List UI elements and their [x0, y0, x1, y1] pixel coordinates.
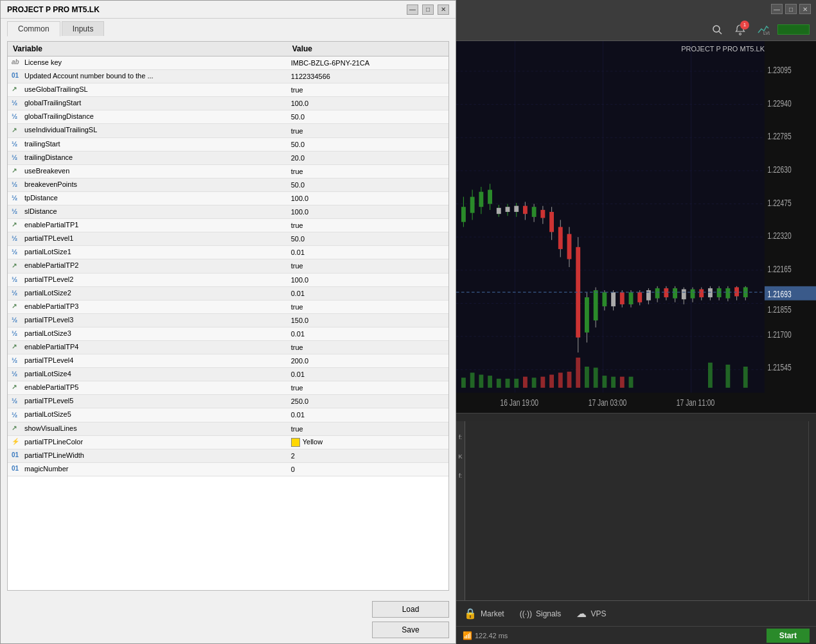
svg-rect-87	[488, 376, 492, 388]
param-value[interactable]: true	[287, 83, 448, 97]
left-nav-item-2[interactable]: K	[458, 453, 462, 460]
param-value[interactable]: true	[287, 381, 448, 395]
chart-area[interactable]: PROJECT P PRO MT5.LK	[456, 41, 816, 413]
svg-rect-75	[708, 288, 713, 297]
param-variable: ½slDistance	[8, 205, 287, 219]
param-value[interactable]: 200.0	[287, 354, 448, 368]
param-value[interactable]: 150.0	[287, 313, 448, 327]
param-value[interactable]: 0.01	[287, 286, 448, 300]
left-nav-item-1[interactable]: f:	[459, 434, 462, 440]
svg-rect-79	[725, 288, 730, 299]
left-nav-item-3[interactable]: f:	[459, 473, 462, 479]
svg-rect-67	[673, 288, 677, 299]
svg-rect-92	[532, 378, 537, 388]
svg-rect-19	[461, 207, 466, 222]
vps-item[interactable]: ☁ VPS	[576, 607, 606, 620]
tab-common[interactable]: Common	[7, 21, 60, 37]
horizontal-scrollbar[interactable]	[456, 413, 816, 421]
minimize-button[interactable]: —	[407, 4, 418, 15]
param-value[interactable]: 50.0	[287, 232, 448, 246]
param-variable: ↗enablePartialTP2	[8, 259, 287, 273]
param-value[interactable]: 100.0	[287, 97, 448, 110]
param-value[interactable]: Yellow	[287, 435, 448, 449]
bottom-content: f: K f:	[456, 421, 816, 600]
param-value[interactable]: 2	[287, 449, 448, 462]
param-value[interactable]: true	[287, 259, 448, 273]
param-variable: ↗useBreakeven	[8, 164, 287, 178]
load-button[interactable]: Load	[372, 601, 449, 618]
maximize-button[interactable]: □	[422, 4, 434, 15]
vps-icon: ☁	[576, 607, 587, 620]
lvl-indicator	[777, 24, 810, 35]
table-row: ↗useBreakeventrue	[8, 164, 448, 178]
svg-rect-49	[594, 290, 598, 320]
param-value[interactable]: 0	[287, 462, 448, 476]
param-value[interactable]: 20.0	[287, 151, 448, 164]
param-value[interactable]: 250.0	[287, 395, 448, 408]
market-item[interactable]: 🔒 Market	[464, 607, 504, 620]
param-value[interactable]: 0.01	[287, 327, 448, 340]
params-table-container[interactable]: Variable Value abLicense keyIMBC-BZLG-6P…	[7, 41, 449, 591]
lvl-bar	[777, 24, 810, 35]
svg-rect-105	[725, 365, 730, 388]
param-value[interactable]: 50.0	[287, 137, 448, 151]
param-value[interactable]: true	[287, 164, 448, 178]
mt5-close-button[interactable]: ✕	[799, 4, 811, 14]
param-value[interactable]: true	[287, 340, 448, 354]
vertical-scrollbar[interactable]	[808, 421, 816, 600]
param-variable: ↗useIndividualTrailingSL	[8, 124, 287, 137]
param-value[interactable]: 0.01	[287, 408, 448, 422]
mt5-minimize-button[interactable]: —	[771, 4, 783, 14]
param-value[interactable]: 50.0	[287, 110, 448, 124]
chart-icon[interactable]: LVL	[754, 21, 772, 39]
notification-icon[interactable]: 1	[731, 21, 749, 39]
param-value[interactable]: true	[287, 124, 448, 137]
save-button[interactable]: Save	[372, 622, 449, 638]
svg-rect-88	[497, 379, 501, 388]
dialog-buttons: Load Save	[1, 596, 456, 643]
table-row: ½partialLotSize30.01	[8, 327, 448, 340]
param-value[interactable]: true	[287, 219, 448, 232]
svg-text:1.21693: 1.21693	[768, 289, 792, 299]
svg-rect-81	[734, 287, 739, 296]
svg-rect-69	[682, 290, 686, 300]
svg-rect-77	[717, 288, 722, 297]
param-variable: ½partialTPLevel3	[8, 313, 287, 327]
close-button[interactable]: ✕	[438, 4, 449, 15]
mt5-maximize-button[interactable]: □	[785, 4, 797, 14]
mt5-bottom: f: K f: 🔒 Market ((·)) Signals	[456, 413, 816, 644]
param-value[interactable]: 100.0	[287, 191, 448, 205]
param-value[interactable]: true	[287, 300, 448, 313]
signals-item[interactable]: ((·)) Signals	[520, 609, 562, 618]
param-value[interactable]: 1122334566	[287, 70, 448, 83]
svg-rect-41	[558, 227, 563, 249]
bottom-content-area	[465, 421, 808, 600]
param-variable: ↗enablePartialTP1	[8, 219, 287, 232]
svg-text:17 Jan 11:00: 17 Jan 11:00	[677, 397, 715, 408]
param-variable: ½partialTPLevel4	[8, 354, 287, 368]
svg-rect-95	[558, 372, 563, 387]
dialog-title: PROJECT P PRO MT5.LK	[7, 5, 100, 14]
tab-inputs[interactable]: Inputs	[62, 21, 105, 36]
svg-rect-84	[461, 378, 466, 388]
param-value[interactable]: 0.01	[287, 246, 448, 259]
param-value[interactable]: 100.0	[287, 205, 448, 219]
svg-rect-35	[532, 207, 537, 217]
tabs-bar: Common Inputs	[1, 19, 456, 36]
param-value[interactable]: 50.0	[287, 178, 448, 191]
table-row: ½globalTrailingDistance50.0	[8, 110, 448, 124]
table-row: ½partialLotSize40.01	[8, 368, 448, 381]
search-icon[interactable]	[708, 21, 726, 39]
svg-text:1.22320: 1.22320	[768, 231, 792, 241]
param-value[interactable]: 0.01	[287, 368, 448, 381]
param-variable: ½partialLotSize1	[8, 246, 287, 259]
param-value[interactable]: true	[287, 422, 448, 435]
svg-rect-101	[611, 377, 616, 388]
start-button[interactable]: Start	[767, 629, 810, 643]
param-variable: ½partialTPLevel2	[8, 273, 287, 286]
svg-text:1.21545: 1.21545	[768, 363, 792, 373]
param-value[interactable]: 100.0	[287, 273, 448, 286]
param-value[interactable]: IMBC-BZLG-6PNY-21CA	[287, 57, 448, 70]
table-row: ½trailingStart50.0	[8, 137, 448, 151]
mt5-panel: — □ ✕ 1 LVL	[456, 0, 816, 644]
